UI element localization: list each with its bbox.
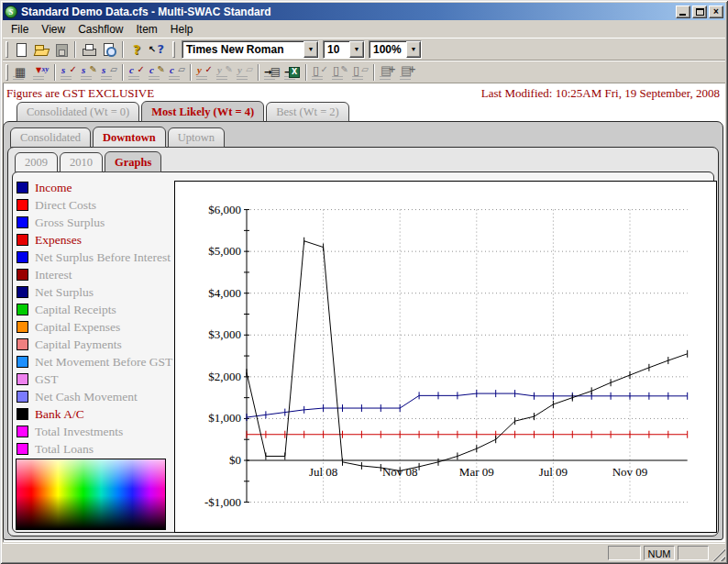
legend-item-capital-payments[interactable]: Capital Payments [17, 336, 171, 353]
menu-file[interactable]: File [5, 21, 35, 38]
cashflow-chart: $6,000$5,000$4,000$3,000$2,000$1,000$0-$… [174, 181, 717, 533]
save-file-button[interactable] [51, 39, 72, 60]
clipboard-check-button[interactable] [310, 62, 330, 83]
c-eraser-icon [169, 65, 185, 80]
legend-label: Net Cash Movement [35, 390, 138, 404]
legend-label: Capital Receipts [35, 303, 116, 317]
tab-2010[interactable]: 2010 [60, 152, 103, 172]
list-add-button[interactable] [378, 62, 398, 83]
clipboard-pencil-icon [332, 65, 348, 80]
tab-2009[interactable]: 2009 [15, 152, 58, 172]
toolbar-grip[interactable] [6, 64, 8, 81]
context-help-button[interactable] [147, 39, 167, 60]
export-excel-button[interactable] [282, 62, 303, 83]
tab-uptown[interactable]: Uptown [168, 127, 225, 148]
font-size-combo[interactable]: 10 ▼ [323, 40, 365, 59]
svg-text:Jul 08: Jul 08 [309, 465, 337, 479]
tab-consolidated[interactable]: Consolidated [10, 127, 91, 148]
legend-label: Net Surplus Before Interest [35, 250, 171, 265]
close-button[interactable]: × [709, 6, 723, 18]
resize-grip[interactable] [712, 548, 725, 561]
help-button[interactable] [127, 39, 147, 60]
clipboard-eraser-button[interactable] [350, 62, 370, 83]
open-file-button[interactable] [31, 39, 51, 60]
legend-item-net-surplus[interactable]: Net Surplus [17, 283, 171, 301]
legend-swatch [17, 269, 28, 281]
menu-help[interactable]: Help [164, 21, 200, 38]
menu-view[interactable]: View [35, 21, 72, 38]
y-pencil-button[interactable] [215, 62, 235, 83]
tab-graphs[interactable]: Graphs [105, 151, 161, 172]
print-icon [81, 42, 97, 57]
font-combo[interactable]: Times New Roman ▼ [182, 40, 319, 59]
svg-text:$4,000: $4,000 [208, 286, 241, 300]
legend-label: GST [35, 372, 59, 387]
legend-item-total-loans[interactable]: Total Loans [17, 440, 171, 458]
s-eraser-button[interactable] [99, 62, 119, 83]
legend-item-direct-costs[interactable]: Direct Costs [17, 196, 171, 214]
legend-item-net-movement-before-gst[interactable]: Net Movement Before GST [17, 353, 171, 370]
app-window: S Standard Demo Data.cfs - Multi-SWAC St… [0, 0, 728, 564]
font-size-dropdown-button[interactable]: ▼ [349, 41, 364, 58]
window-controls: × [676, 6, 723, 18]
chart-svg: $6,000$5,000$4,000$3,000$2,000$1,000$0-$… [175, 182, 716, 532]
toolbar-grip[interactable] [6, 41, 8, 58]
year-tabs: 2009 2010 Graphs [15, 152, 163, 171]
y-check-button[interactable] [194, 62, 215, 83]
s-pencil-button[interactable] [79, 62, 99, 83]
legend-item-total-investments[interactable]: Total Investments [17, 423, 171, 440]
legend-item-gst[interactable]: GST [17, 370, 171, 388]
menu-cashflow[interactable]: Cashflow [72, 21, 129, 38]
tab-consolidated-wt0[interactable]: Consolidated (Wt = 0) [17, 102, 139, 122]
font-size-combo-value: 10 [324, 41, 349, 58]
c-check-icon [128, 65, 145, 80]
legend-item-bank-a-c[interactable]: Bank A/C [17, 405, 171, 423]
chevron-down-icon: ▼ [354, 46, 360, 52]
c-pencil-button[interactable] [147, 62, 167, 83]
toolbar-grip[interactable] [172, 41, 175, 58]
legend-swatch [17, 443, 28, 455]
s-check-button[interactable] [59, 62, 79, 83]
tab-best-wt2[interactable]: Best (Wt = 2) [266, 102, 349, 122]
list-add-icon [380, 65, 396, 80]
legend-item-interest[interactable]: Interest [17, 266, 171, 283]
list-add-2-button[interactable] [398, 62, 418, 83]
svg-text:$3,000: $3,000 [208, 327, 241, 341]
new-document-button[interactable] [11, 39, 31, 60]
legend-item-net-surplus-before-interest[interactable]: Net Surplus Before Interest [17, 249, 171, 266]
legend-item-income[interactable]: Income [17, 179, 171, 196]
list-add-2-icon [400, 65, 416, 80]
y-eraser-button[interactable] [235, 62, 255, 83]
toolbar-separator [258, 64, 259, 81]
legend-item-gross-surplus[interactable]: Gross Surplus [17, 214, 171, 231]
c-check-button[interactable] [127, 62, 147, 83]
y-pencil-icon [216, 65, 233, 80]
toolbar-separator [74, 41, 76, 58]
print-button[interactable] [79, 39, 99, 60]
legend-item-net-cash-movement[interactable]: Net Cash Movement [17, 388, 171, 405]
export-list-button[interactable] [262, 62, 282, 83]
minimize-button[interactable] [676, 6, 690, 18]
tab-downtown[interactable]: Downtown [93, 127, 166, 148]
status-num-indicator: NUM [644, 546, 675, 560]
c-eraser-button[interactable] [167, 62, 187, 83]
print-preview-button[interactable] [99, 39, 119, 60]
legend-swatch [17, 321, 28, 333]
legend-item-capital-expenses[interactable]: Capital Expenses [17, 318, 171, 336]
tab-most-likely-wt4[interactable]: Most Likely (Wt = 4) [141, 101, 264, 122]
legend-label: Interest [35, 268, 72, 282]
legend-swatch [17, 286, 28, 298]
font-combo-value: Times New Roman [182, 41, 303, 58]
legend-item-capital-receipts[interactable]: Capital Receipts [17, 301, 171, 318]
menu-item[interactable]: Item [130, 21, 164, 38]
color-picker[interactable] [16, 459, 166, 530]
sort-items-button[interactable] [31, 62, 51, 83]
zoom-combo[interactable]: 100% ▼ [369, 40, 422, 59]
toolbar-separator [54, 64, 56, 81]
zoom-dropdown-button[interactable]: ▼ [406, 41, 421, 58]
font-combo-dropdown-button[interactable]: ▼ [303, 41, 318, 58]
row-select-button[interactable] [11, 62, 31, 83]
maximize-button[interactable] [692, 6, 707, 18]
legend-item-expenses[interactable]: Expenses [17, 231, 171, 249]
clipboard-pencil-button[interactable] [330, 62, 350, 83]
